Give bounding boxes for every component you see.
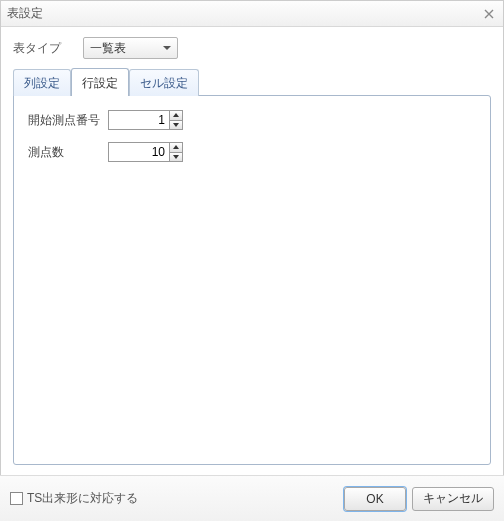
cancel-button[interactable]: キャンセル: [412, 487, 494, 511]
ts-compat-checkbox[interactable]: TS出来形に対応する: [10, 490, 138, 507]
tabstrip: 列設定 行設定 セル設定: [13, 67, 491, 95]
caret-up-icon: [173, 113, 179, 117]
dialog-footer: TS出来形に対応する OK キャンセル: [0, 475, 504, 521]
start-point-down[interactable]: [170, 121, 182, 130]
titlebar: 表設定: [1, 1, 503, 27]
chevron-down-icon: [163, 46, 171, 50]
point-count-up[interactable]: [170, 143, 182, 153]
caret-down-icon: [173, 155, 179, 159]
point-count-spinner: [108, 142, 183, 162]
point-count-input[interactable]: [109, 143, 169, 161]
start-point-spinner: [108, 110, 183, 130]
point-count-label: 測点数: [28, 144, 108, 161]
point-count-stepper: [169, 143, 182, 161]
tab-column-settings[interactable]: 列設定: [13, 69, 71, 96]
ok-button[interactable]: OK: [344, 487, 406, 511]
tab-row-settings[interactable]: 行設定: [71, 68, 129, 96]
table-type-label: 表タイプ: [13, 40, 83, 57]
start-point-stepper: [169, 111, 182, 129]
window-title: 表設定: [7, 5, 481, 22]
caret-down-icon: [173, 123, 179, 127]
start-point-input[interactable]: [109, 111, 169, 129]
checkbox-box-icon: [10, 492, 23, 505]
start-point-row: 開始測点番号: [28, 110, 476, 130]
tab-panel-row-settings: 開始測点番号 測点数: [13, 95, 491, 465]
dialog-body: 表タイプ 一覧表 列設定 行設定 セル設定 開始測点番号 測点数: [1, 27, 503, 465]
point-count-down[interactable]: [170, 153, 182, 162]
point-count-row: 測点数: [28, 142, 476, 162]
ts-compat-label: TS出来形に対応する: [27, 490, 138, 507]
table-type-row: 表タイプ 一覧表: [13, 37, 491, 59]
table-type-select[interactable]: 一覧表: [83, 37, 178, 59]
tab-cell-settings[interactable]: セル設定: [129, 69, 199, 96]
start-point-up[interactable]: [170, 111, 182, 121]
table-type-value: 一覧表: [90, 40, 163, 57]
close-icon[interactable]: [481, 6, 497, 22]
caret-up-icon: [173, 145, 179, 149]
start-point-label: 開始測点番号: [28, 112, 108, 129]
